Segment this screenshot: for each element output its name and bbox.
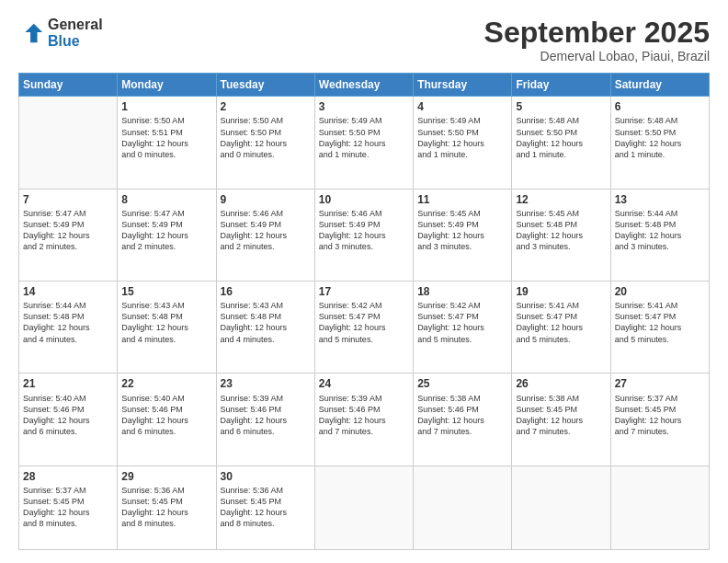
calendar-cell: 24Sunrise: 5:39 AMSunset: 5:46 PMDayligh… [314, 373, 413, 465]
cell-info: Sunrise: 5:44 AMSunset: 5:48 PMDaylight:… [615, 208, 705, 253]
cell-info: Sunrise: 5:41 AMSunset: 5:47 PMDaylight:… [615, 300, 705, 345]
calendar-cell: 2Sunrise: 5:50 AMSunset: 5:50 PMDaylight… [216, 97, 314, 189]
calendar-cell: 8Sunrise: 5:47 AMSunset: 5:49 PMDaylight… [118, 189, 216, 281]
cell-info: Sunrise: 5:42 AMSunset: 5:47 PMDaylight:… [417, 300, 507, 345]
calendar-week-2: 14Sunrise: 5:44 AMSunset: 5:48 PMDayligh… [19, 281, 710, 373]
cell-info: Sunrise: 5:48 AMSunset: 5:50 PMDaylight:… [516, 115, 606, 160]
cell-info: Sunrise: 5:38 AMSunset: 5:46 PMDaylight:… [417, 393, 507, 438]
day-number: 23 [221, 376, 311, 391]
day-number: 9 [221, 192, 311, 207]
calendar-cell: 9Sunrise: 5:46 AMSunset: 5:49 PMDaylight… [216, 189, 314, 281]
calendar-cell: 1Sunrise: 5:50 AMSunset: 5:51 PMDaylight… [118, 97, 216, 189]
cell-info: Sunrise: 5:49 AMSunset: 5:50 PMDaylight:… [417, 115, 507, 160]
cell-info: Sunrise: 5:47 AMSunset: 5:49 PMDaylight:… [121, 208, 211, 253]
calendar-cell: 5Sunrise: 5:48 AMSunset: 5:50 PMDaylight… [512, 97, 610, 189]
logo-general-text: General [48, 17, 103, 33]
day-number: 28 [23, 469, 113, 484]
calendar-cell: 18Sunrise: 5:42 AMSunset: 5:47 PMDayligh… [414, 281, 512, 373]
calendar-cell: 22Sunrise: 5:40 AMSunset: 5:46 PMDayligh… [118, 373, 216, 465]
day-number: 4 [417, 99, 507, 114]
calendar-cell [610, 465, 709, 549]
calendar-cell: 3Sunrise: 5:49 AMSunset: 5:50 PMDaylight… [314, 97, 413, 189]
calendar-cell: 28Sunrise: 5:37 AMSunset: 5:45 PMDayligh… [19, 465, 118, 549]
day-number: 13 [615, 192, 705, 207]
day-number: 24 [319, 376, 409, 391]
day-number: 20 [615, 284, 705, 299]
page: General Blue September 2025 Demerval Lob… [0, 0, 728, 563]
day-number: 3 [319, 99, 409, 114]
calendar-cell: 12Sunrise: 5:45 AMSunset: 5:48 PMDayligh… [512, 189, 610, 281]
day-number: 19 [516, 284, 606, 299]
calendar-week-4: 28Sunrise: 5:37 AMSunset: 5:45 PMDayligh… [19, 465, 710, 549]
day-number: 2 [221, 99, 311, 114]
cell-info: Sunrise: 5:38 AMSunset: 5:45 PMDaylight:… [516, 393, 606, 438]
day-number: 29 [121, 469, 211, 484]
calendar-header-row: Sunday Monday Tuesday Wednesday Thursday… [19, 74, 710, 97]
logo: General Blue [18, 17, 103, 49]
cell-info: Sunrise: 5:50 AMSunset: 5:50 PMDaylight:… [221, 115, 311, 160]
calendar-cell: 15Sunrise: 5:43 AMSunset: 5:48 PMDayligh… [118, 281, 216, 373]
calendar-cell: 14Sunrise: 5:44 AMSunset: 5:48 PMDayligh… [19, 281, 118, 373]
day-number: 7 [23, 192, 113, 207]
calendar-cell: 13Sunrise: 5:44 AMSunset: 5:48 PMDayligh… [610, 189, 709, 281]
calendar-cell: 26Sunrise: 5:38 AMSunset: 5:45 PMDayligh… [512, 373, 610, 465]
calendar-cell: 6Sunrise: 5:48 AMSunset: 5:50 PMDaylight… [610, 97, 709, 189]
col-sunday: Sunday [19, 74, 118, 97]
day-number: 17 [319, 284, 409, 299]
calendar-cell [314, 465, 413, 549]
cell-info: Sunrise: 5:39 AMSunset: 5:46 PMDaylight:… [221, 393, 311, 438]
day-number: 26 [516, 376, 606, 391]
day-number: 21 [23, 376, 113, 391]
logo-text: General Blue [48, 17, 103, 49]
day-number: 5 [516, 99, 606, 114]
calendar-cell: 27Sunrise: 5:37 AMSunset: 5:45 PMDayligh… [610, 373, 709, 465]
cell-info: Sunrise: 5:43 AMSunset: 5:48 PMDaylight:… [221, 300, 311, 345]
cell-info: Sunrise: 5:44 AMSunset: 5:48 PMDaylight:… [23, 300, 113, 345]
month-title: September 2025 [484, 17, 710, 49]
cell-info: Sunrise: 5:50 AMSunset: 5:51 PMDaylight:… [121, 115, 211, 160]
cell-info: Sunrise: 5:49 AMSunset: 5:50 PMDaylight:… [319, 115, 409, 160]
calendar-week-1: 7Sunrise: 5:47 AMSunset: 5:49 PMDaylight… [19, 189, 710, 281]
calendar-cell: 30Sunrise: 5:36 AMSunset: 5:45 PMDayligh… [216, 465, 314, 549]
day-number: 10 [319, 192, 409, 207]
cell-info: Sunrise: 5:40 AMSunset: 5:46 PMDaylight:… [121, 393, 211, 438]
cell-info: Sunrise: 5:41 AMSunset: 5:47 PMDaylight:… [516, 300, 606, 345]
day-number: 16 [221, 284, 311, 299]
calendar-cell: 29Sunrise: 5:36 AMSunset: 5:45 PMDayligh… [118, 465, 216, 549]
calendar-cell: 21Sunrise: 5:40 AMSunset: 5:46 PMDayligh… [19, 373, 118, 465]
day-number: 18 [417, 284, 507, 299]
day-number: 14 [23, 284, 113, 299]
subtitle: Demerval Lobao, Piaui, Brazil [484, 49, 710, 63]
calendar-cell: 11Sunrise: 5:45 AMSunset: 5:49 PMDayligh… [414, 189, 512, 281]
calendar-cell: 7Sunrise: 5:47 AMSunset: 5:49 PMDaylight… [19, 189, 118, 281]
day-number: 22 [121, 376, 211, 391]
col-tuesday: Tuesday [216, 74, 314, 97]
calendar-week-3: 21Sunrise: 5:40 AMSunset: 5:46 PMDayligh… [19, 373, 710, 465]
cell-info: Sunrise: 5:36 AMSunset: 5:45 PMDaylight:… [121, 485, 211, 530]
svg-marker-0 [25, 23, 42, 42]
col-saturday: Saturday [610, 74, 709, 97]
cell-info: Sunrise: 5:42 AMSunset: 5:47 PMDaylight:… [319, 300, 409, 345]
day-number: 27 [615, 376, 705, 391]
cell-info: Sunrise: 5:39 AMSunset: 5:46 PMDaylight:… [319, 393, 409, 438]
cell-info: Sunrise: 5:46 AMSunset: 5:49 PMDaylight:… [221, 208, 311, 253]
cell-info: Sunrise: 5:45 AMSunset: 5:48 PMDaylight:… [516, 208, 606, 253]
calendar-body: 1Sunrise: 5:50 AMSunset: 5:51 PMDaylight… [19, 97, 710, 550]
calendar-cell: 23Sunrise: 5:39 AMSunset: 5:46 PMDayligh… [216, 373, 314, 465]
day-number: 12 [516, 192, 606, 207]
cell-info: Sunrise: 5:37 AMSunset: 5:45 PMDaylight:… [23, 485, 113, 530]
cell-info: Sunrise: 5:48 AMSunset: 5:50 PMDaylight:… [615, 115, 705, 160]
cell-info: Sunrise: 5:40 AMSunset: 5:46 PMDaylight:… [23, 393, 113, 438]
cell-info: Sunrise: 5:45 AMSunset: 5:49 PMDaylight:… [417, 208, 507, 253]
day-number: 1 [121, 99, 211, 114]
calendar-cell: 19Sunrise: 5:41 AMSunset: 5:47 PMDayligh… [512, 281, 610, 373]
calendar-cell: 10Sunrise: 5:46 AMSunset: 5:49 PMDayligh… [314, 189, 413, 281]
day-number: 25 [417, 376, 507, 391]
calendar-cell [414, 465, 512, 549]
cell-info: Sunrise: 5:43 AMSunset: 5:48 PMDaylight:… [121, 300, 211, 345]
calendar-week-0: 1Sunrise: 5:50 AMSunset: 5:51 PMDaylight… [19, 97, 710, 189]
cell-info: Sunrise: 5:46 AMSunset: 5:49 PMDaylight:… [319, 208, 409, 253]
header: General Blue September 2025 Demerval Lob… [18, 17, 710, 63]
calendar-cell: 16Sunrise: 5:43 AMSunset: 5:48 PMDayligh… [216, 281, 314, 373]
logo-blue-text: Blue [48, 33, 103, 50]
